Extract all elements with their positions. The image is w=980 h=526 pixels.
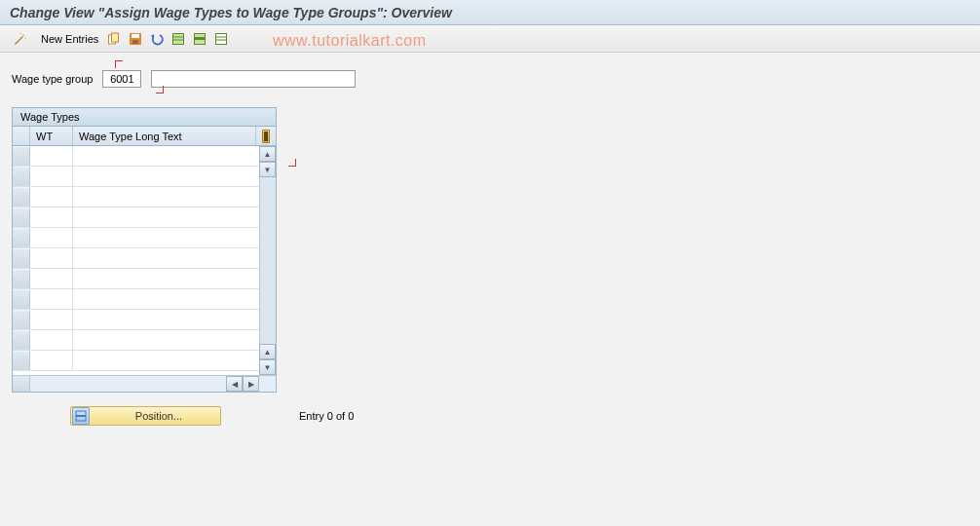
- column-selector[interactable]: [13, 127, 30, 145]
- table-header: WT Wage Type Long Text: [13, 127, 276, 146]
- new-entries-button[interactable]: New Entries: [37, 31, 102, 47]
- table-body: [13, 146, 259, 375]
- scroll-right-icon[interactable]: ▶: [243, 376, 259, 392]
- svg-rect-4: [112, 33, 119, 42]
- table-row[interactable]: [13, 187, 259, 207]
- table-row[interactable]: [13, 269, 259, 289]
- table-row[interactable]: [13, 207, 259, 228]
- scroll-down-icon[interactable]: ▼: [259, 162, 276, 177]
- select-block-icon[interactable]: [192, 31, 207, 47]
- wage-type-group-desc-input[interactable]: [151, 70, 356, 88]
- wage-types-panel: Wage Types WT Wage Type Long Text: [12, 107, 277, 393]
- wage-type-group-label: Wage type group: [12, 73, 93, 85]
- table-settings-button[interactable]: [256, 127, 276, 145]
- new-entries-label: New Entries: [41, 33, 98, 45]
- svg-rect-7: [132, 40, 138, 44]
- title-bar: Change View "Assign Wage Types to Wage T…: [0, 0, 980, 25]
- column-header-text[interactable]: Wage Type Long Text: [73, 127, 256, 145]
- entry-count: Entry 0 of 0: [299, 410, 354, 422]
- wage-type-group-input[interactable]: [102, 70, 141, 88]
- svg-point-0: [22, 34, 24, 36]
- scroll-track[interactable]: [259, 177, 276, 344]
- svg-rect-8: [173, 33, 184, 44]
- page-title: Change View "Assign Wage Types to Wage T…: [10, 5, 452, 20]
- wand-icon: [12, 31, 27, 47]
- deselect-all-icon[interactable]: [213, 31, 229, 47]
- copy-as-icon[interactable]: [106, 31, 122, 47]
- table-row[interactable]: [13, 351, 259, 371]
- horizontal-scrollbar[interactable]: ◀ ▶: [13, 375, 276, 392]
- crop-mark-icon: [288, 159, 296, 167]
- table-row[interactable]: [13, 248, 259, 269]
- scroll-left-icon[interactable]: ◀: [226, 376, 243, 392]
- table-row[interactable]: [13, 330, 259, 351]
- svg-rect-17: [76, 415, 86, 417]
- undo-icon[interactable]: [149, 31, 165, 47]
- column-header-wt[interactable]: WT: [30, 127, 73, 145]
- table-row[interactable]: [13, 167, 259, 187]
- table-row[interactable]: [13, 310, 259, 330]
- watermark-text: www.tutorialkart.com: [273, 32, 427, 50]
- wage-type-group-row: Wage type group: [12, 70, 968, 88]
- crop-mark-icon: [115, 60, 123, 68]
- other-view-button[interactable]: [8, 29, 33, 49]
- position-button-label: Position...: [97, 410, 220, 422]
- crop-mark-icon: [156, 86, 164, 94]
- svg-rect-13: [216, 33, 227, 44]
- svg-point-1: [19, 32, 21, 34]
- table-row[interactable]: [13, 289, 259, 310]
- svg-rect-6: [132, 34, 139, 38]
- scroll-up-icon[interactable]: ▲: [259, 146, 276, 162]
- select-all-icon[interactable]: [170, 31, 186, 47]
- table-settings-icon: [262, 130, 270, 143]
- save-icon[interactable]: [128, 31, 143, 47]
- table-row[interactable]: [13, 146, 259, 167]
- scroll-down-icon[interactable]: ▼: [259, 359, 276, 375]
- svg-rect-12: [195, 37, 206, 40]
- table-row[interactable]: [13, 228, 259, 248]
- position-icon: [72, 407, 90, 425]
- app-toolbar: New Entries: [0, 25, 980, 53]
- position-button[interactable]: Position...: [70, 406, 221, 426]
- svg-point-2: [24, 37, 26, 39]
- vertical-scrollbar[interactable]: ▲ ▼ ▲ ▼: [259, 146, 276, 375]
- scroll-up-icon[interactable]: ▲: [259, 344, 276, 359]
- panel-title: Wage Types: [13, 108, 276, 127]
